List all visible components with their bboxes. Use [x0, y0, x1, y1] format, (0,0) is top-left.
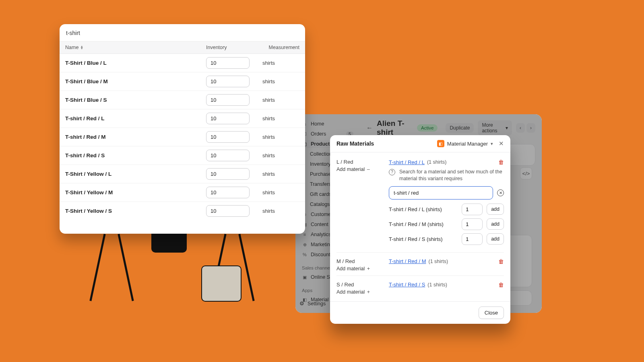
variant-name[interactable]: T-Shirt / Blue / M	[65, 78, 206, 84]
raw-materials-modal: Raw Materials ◧ Material Manager ▾ ✕ L /…	[330, 135, 510, 324]
variant-name[interactable]: T-shirt / Red / M	[65, 134, 206, 140]
material-link[interactable]: T-shirt / Red / L	[389, 159, 425, 165]
inventory-qty-input[interactable]	[206, 113, 250, 124]
prev-page-button[interactable]: ‹	[516, 123, 525, 133]
inventory-qty-input[interactable]	[206, 131, 250, 143]
measurement-unit: shirts	[262, 134, 299, 140]
measurement-unit: shirts	[262, 78, 299, 84]
material-qty-text: (1 shirts)	[427, 159, 447, 165]
variant-name[interactable]: T-shirt / Red / S	[65, 152, 206, 158]
measurement-unit: shirts	[262, 208, 299, 214]
measurement-unit: shirts	[262, 189, 299, 195]
table-row: T-Shirt / Yellow / Sshirts	[60, 202, 305, 220]
add-button[interactable]: add	[487, 218, 504, 230]
table-row: T-Shirt / Yellow / Lshirts	[60, 165, 305, 183]
sort-icon[interactable]: ▲▼	[80, 45, 83, 49]
col-inventory-label: Inventory	[206, 45, 262, 50]
variant-name[interactable]: T-Shirt / Yellow / S	[65, 208, 206, 214]
measurement-unit: shirts	[262, 60, 299, 66]
code-view-button[interactable]: </>	[520, 167, 532, 179]
inventory-qty-input[interactable]	[206, 76, 250, 87]
plus-icon: +	[367, 266, 370, 272]
col-name-label[interactable]: Name	[65, 45, 78, 50]
close-button[interactable]: Close	[479, 306, 504, 319]
status-badge: Active	[417, 124, 438, 132]
variant-name[interactable]: T-Shirt / Yellow / L	[65, 171, 206, 177]
trash-icon[interactable]: 🗑	[498, 282, 504, 288]
result-qty-input[interactable]	[462, 204, 483, 215]
add-material-button[interactable]: Add material +	[336, 289, 382, 295]
search-result-row: T-shirt / Red / M (shirts)add	[389, 218, 504, 230]
trash-icon[interactable]: 🗑	[498, 159, 504, 165]
add-material-button[interactable]: Add material +	[336, 266, 382, 272]
variant-block: S / RedAdd material +T-shirt / Red / S (…	[336, 276, 504, 299]
app-chip[interactable]: ◧ Material Manager ▾	[437, 140, 493, 147]
result-label: T-shirt / Red / L (shirts)	[389, 206, 458, 212]
add-material-button[interactable]: Add material –	[336, 167, 382, 172]
help-icon[interactable]: ?	[389, 169, 395, 175]
material-qty-text: (1 shirts)	[428, 259, 448, 264]
gear-icon: ⚙	[299, 300, 304, 306]
inventory-qty-input[interactable]	[206, 94, 250, 106]
sidebar-item-home[interactable]: ⌂Home	[299, 120, 356, 128]
inventory-qty-input[interactable]	[206, 205, 250, 217]
inventory-header: Name ▲▼ Inventory Measurement	[60, 41, 305, 54]
result-label: T-shirt / Red / M (shirts)	[389, 221, 458, 227]
add-button[interactable]: add	[487, 233, 504, 245]
duplicate-button[interactable]: Duplicate	[446, 123, 474, 133]
material-link[interactable]: T-shirt / Red / S	[389, 282, 425, 288]
inventory-qty-input[interactable]	[206, 187, 250, 198]
measurement-unit: shirts	[262, 97, 299, 103]
result-qty-input[interactable]	[462, 233, 483, 245]
more-actions-button[interactable]: More actions▾	[478, 120, 512, 136]
material-qty-text: (1 shirts)	[427, 282, 447, 288]
page-title: Alien T-shirt	[377, 119, 413, 137]
table-row: T-Shirt / Blue / Sshirts	[60, 91, 305, 109]
search-result-row: T-shirt / Red / S (shirts)add	[389, 233, 504, 245]
chevron-down-icon: ▾	[491, 141, 493, 146]
variant-name[interactable]: T-shirt / Red / L	[65, 115, 206, 121]
result-qty-input[interactable]	[462, 218, 483, 230]
inventory-qty-input[interactable]	[206, 57, 250, 69]
variant-name-label: S / Red	[336, 282, 382, 288]
inventory-search-input[interactable]: t-shirt	[60, 24, 305, 41]
measurement-unit: shirts	[262, 152, 299, 158]
col-measurement-label: Measurement	[262, 45, 299, 50]
add-button[interactable]: add	[487, 204, 504, 215]
material-link[interactable]: T-shirt / Red / M	[389, 258, 426, 264]
inventory-qty-input[interactable]	[206, 168, 250, 180]
table-row: T-Shirt / Blue / Mshirts	[60, 72, 305, 91]
table-row: T-Shirt / Blue / Lshirts	[60, 54, 305, 72]
search-result-row: T-shirt / Red / L (shirts)add	[389, 204, 504, 215]
plus-icon: +	[367, 289, 370, 295]
chevron-down-icon: ▾	[506, 125, 508, 131]
table-row: T-shirt / Red / Mshirts	[60, 128, 305, 146]
variant-name-label: L / Red	[336, 159, 382, 165]
variant-block: L / RedAdd material –T-shirt / Red / L (…	[336, 157, 504, 252]
hint-text: Search for a material and set how much o…	[399, 169, 504, 182]
inventory-qty-input[interactable]	[206, 150, 250, 161]
store-icon: ▣	[302, 274, 308, 280]
marketing-icon: ⊕	[302, 242, 308, 247]
variant-name[interactable]: T-Shirt / Yellow / M	[65, 189, 206, 195]
variant-name[interactable]: T-Shirt / Blue / S	[65, 97, 206, 103]
back-arrow-icon[interactable]: ←	[366, 124, 373, 132]
measurement-unit: shirts	[262, 115, 299, 121]
material-manager-logo-icon: ◧	[437, 140, 444, 147]
minus-icon: –	[367, 167, 370, 172]
sidebar-item-settings[interactable]: ⚙Settings	[299, 300, 326, 306]
trash-icon[interactable]: 🗑	[498, 258, 504, 265]
variant-name[interactable]: T-Shirt / Blue / L	[65, 60, 206, 66]
material-search-input[interactable]	[389, 186, 493, 200]
inventory-card: t-shirt Name ▲▼ Inventory Measurement T-…	[60, 24, 305, 234]
discounts-icon: %	[302, 252, 308, 257]
table-row: T-shirt / Red / Sshirts	[60, 146, 305, 165]
clear-search-icon[interactable]: ✕	[497, 189, 504, 196]
modal-title: Raw Materials	[336, 140, 374, 147]
next-page-button[interactable]: ›	[526, 123, 535, 133]
table-row: T-Shirt / Yellow / Mshirts	[60, 183, 305, 202]
close-icon[interactable]: ✕	[499, 140, 504, 147]
variant-name-label: M / Red	[336, 258, 382, 264]
result-label: T-shirt / Red / S (shirts)	[389, 236, 458, 242]
table-row: T-shirt / Red / Lshirts	[60, 109, 305, 128]
